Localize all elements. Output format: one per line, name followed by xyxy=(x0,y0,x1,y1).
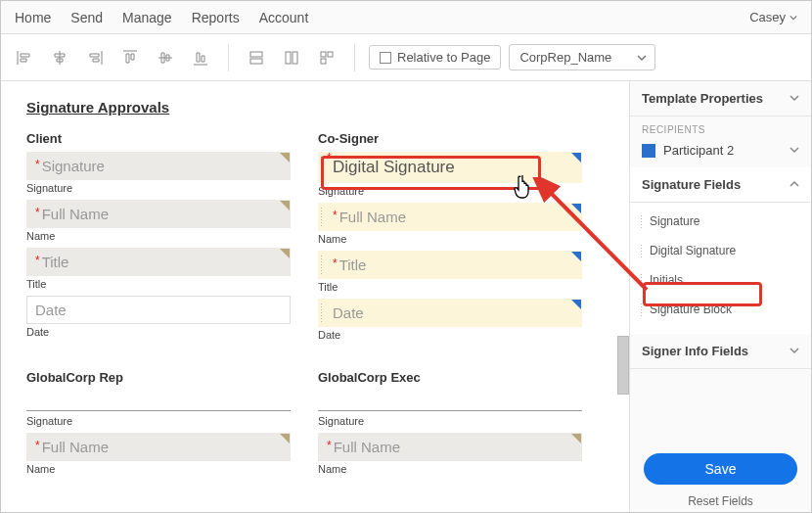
sidebar: Template Properties RECIPIENTS Participa… xyxy=(629,81,811,513)
nav-account[interactable]: Account xyxy=(259,10,309,25)
form-canvas[interactable]: Signature Approvals Client *Signature Si… xyxy=(1,81,629,513)
field-label: Signature xyxy=(26,182,291,194)
top-nav: Home Send Manage Reports Account Casey xyxy=(1,1,811,34)
svg-rect-0 xyxy=(250,52,262,57)
save-button[interactable]: Save xyxy=(644,453,797,485)
chevron-down-icon xyxy=(789,143,799,158)
nav-home[interactable]: Home xyxy=(15,10,51,25)
field-label: Signature xyxy=(318,415,582,427)
field-type-digital-signature[interactable]: Digital Signature xyxy=(630,236,811,265)
svg-rect-4 xyxy=(321,52,326,57)
group-gc-rep: GlobalCorp Rep Signature *Full Name Name xyxy=(26,370,291,481)
panel-signature-fields[interactable]: Signature Fields xyxy=(630,167,811,203)
field-type-signature-block[interactable]: Signature Block xyxy=(630,295,811,324)
align-right-icon[interactable] xyxy=(81,44,109,71)
field-name-select[interactable]: CorpRep_Name xyxy=(509,44,655,70)
scrollbar-thumb[interactable] xyxy=(617,336,629,395)
relative-label: Relative to Page xyxy=(397,50,490,65)
align-top-icon[interactable] xyxy=(116,44,144,71)
nav-send[interactable]: Send xyxy=(70,10,103,25)
user-menu[interactable]: Casey xyxy=(749,10,797,24)
align-middle-v-icon[interactable] xyxy=(152,44,179,71)
nav-reports[interactable]: Reports xyxy=(192,10,240,25)
field-label: Signature xyxy=(26,415,291,427)
field-date[interactable]: Date xyxy=(26,296,291,324)
page-title: Signature Approvals xyxy=(26,99,604,116)
align-bottom-icon[interactable] xyxy=(187,44,214,71)
field-digital-signature[interactable]: *Digital Signature xyxy=(318,152,582,183)
field-label: Signature xyxy=(318,185,582,197)
user-name: Casey xyxy=(749,10,786,24)
field-label: Name xyxy=(26,230,291,242)
field-fullname[interactable]: *Full Name xyxy=(26,433,291,461)
svg-rect-2 xyxy=(286,52,291,64)
field-signature[interactable]: *Signature xyxy=(26,152,291,180)
group-gc-exec: GlobalCorp Exec Signature *Full Name Nam… xyxy=(318,370,582,481)
reset-fields-link[interactable]: Reset Fields xyxy=(630,489,811,513)
chevron-down-icon xyxy=(637,51,647,66)
field-title[interactable]: *Title xyxy=(318,251,582,279)
match-width-icon[interactable] xyxy=(243,44,270,71)
svg-rect-5 xyxy=(328,52,333,57)
field-type-initials[interactable]: Initials xyxy=(630,265,811,295)
field-label: Name xyxy=(26,463,291,475)
field-label: Title xyxy=(26,278,291,290)
chevron-down-icon xyxy=(789,344,799,358)
panel-signer-info-fields[interactable]: Signer Info Fields xyxy=(630,334,811,369)
field-type-signature[interactable]: Signature xyxy=(630,207,811,236)
field-label: Date xyxy=(318,329,582,341)
checkbox-icon xyxy=(380,52,391,64)
field-title[interactable]: *Title xyxy=(26,248,291,276)
relative-to-page-toggle[interactable]: Relative to Page xyxy=(369,45,501,70)
group-cosigner: Co-Signer *Digital Signature Signature *… xyxy=(318,131,582,347)
field-label: Name xyxy=(318,233,582,245)
group-client: Client *Signature Signature *Full Name N… xyxy=(26,131,291,347)
match-both-icon[interactable] xyxy=(313,44,340,71)
toolbar: Relative to Page CorpRep_Name xyxy=(1,34,811,81)
field-fullname[interactable]: *Full Name xyxy=(318,433,582,461)
field-fullname[interactable]: *Full Name xyxy=(26,200,291,228)
panel-template-properties[interactable]: Template Properties xyxy=(630,81,811,117)
field-label: Title xyxy=(318,281,582,293)
match-height-icon[interactable] xyxy=(278,44,305,71)
align-center-h-icon[interactable] xyxy=(46,44,73,71)
group-title: Client xyxy=(26,131,291,146)
align-left-icon[interactable] xyxy=(11,44,38,71)
color-swatch-icon xyxy=(642,144,655,158)
svg-rect-1 xyxy=(250,59,262,64)
field-date[interactable]: Date xyxy=(318,299,582,327)
field-label: Name xyxy=(318,463,582,475)
group-title: Co-Signer xyxy=(318,131,582,146)
group-title: GlobalCorp Exec xyxy=(318,370,582,385)
chevron-up-icon xyxy=(789,177,799,192)
recipients-heading: RECIPIENTS xyxy=(630,117,811,139)
field-label: Date xyxy=(26,326,291,338)
group-title: GlobalCorp Rep xyxy=(26,370,291,385)
select-value: CorpRep_Name xyxy=(519,50,611,65)
field-fullname[interactable]: *Full Name xyxy=(318,203,582,231)
caret-down-icon xyxy=(789,10,797,24)
chevron-down-icon xyxy=(789,91,799,106)
svg-rect-3 xyxy=(293,52,297,64)
nav-manage[interactable]: Manage xyxy=(122,10,172,25)
recipient-select[interactable]: Participant 2 xyxy=(630,139,811,167)
svg-rect-6 xyxy=(321,59,326,64)
